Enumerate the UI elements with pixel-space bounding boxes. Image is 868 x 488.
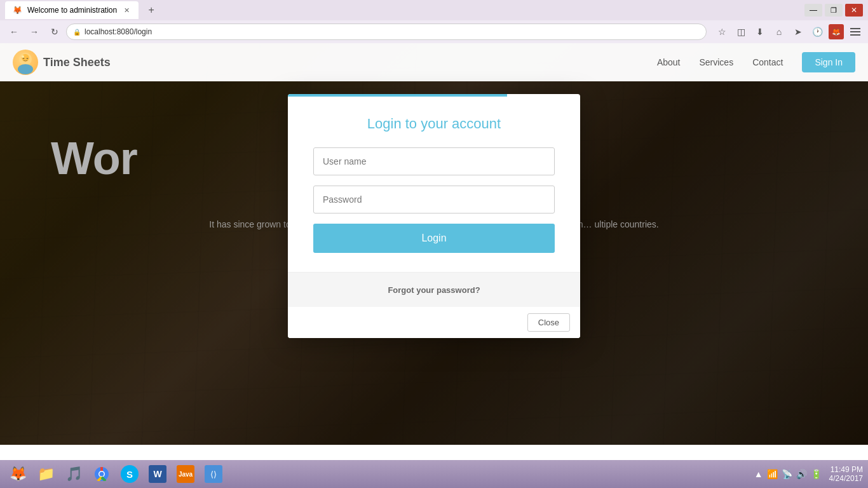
maximize-button[interactable]: ❐	[825, 4, 843, 17]
nav-about[interactable]: About	[657, 57, 681, 67]
modal-close-area: Close	[288, 307, 580, 338]
forgot-password-link[interactable]: Forgot your password?	[388, 285, 480, 295]
tray-wifi: 📡	[782, 469, 792, 479]
taskbar-skype[interactable]: S	[117, 463, 142, 485]
browser-titlebar: 🦊 Welcome to administration ✕ + — ❐ ✕	[0, 0, 868, 20]
taskbar-files[interactable]: 📁	[33, 463, 58, 485]
tray-arrow[interactable]: ▲	[754, 469, 763, 479]
modal-close-button[interactable]: Close	[527, 313, 570, 332]
login-button[interactable]: Login	[313, 224, 555, 253]
tray-signal: 📶	[767, 469, 778, 479]
svg-point-4	[27, 58, 29, 59]
signin-button[interactable]: Sign In	[802, 52, 855, 72]
logo-text: Time Sheets	[43, 56, 111, 69]
modal-title: Login to your account	[313, 116, 555, 132]
bookmark-icon[interactable]: ☆	[714, 24, 729, 39]
toolbar-icons: ☆ ◫ ⬇ ⌂ ➤ 🕐 🦊	[714, 24, 863, 39]
url-text: localhost:8080/login	[85, 27, 152, 36]
close-button[interactable]: ✕	[845, 4, 863, 17]
download-icon[interactable]: ⬇	[752, 24, 768, 39]
site-logo: Time Sheets	[13, 50, 111, 75]
password-input[interactable]	[313, 186, 555, 214]
tab-close-btn[interactable]: ✕	[122, 6, 131, 15]
taskbar-app5[interactable]: ⟨⟩	[201, 463, 226, 485]
forward-button[interactable]: →	[25, 23, 43, 41]
history-icon[interactable]: 🕐	[810, 24, 825, 39]
username-input[interactable]	[313, 147, 555, 175]
secure-icon: 🔒	[73, 29, 81, 36]
login-modal: Login to your account Login Forgot your …	[288, 94, 580, 338]
new-tab-button[interactable]: +	[144, 3, 159, 18]
minimize-button[interactable]: —	[804, 4, 822, 17]
taskbar: 🦊 📁 🎵 S W Java ⟨⟩ ▲ 📶 📡 🔊 🔋 1	[0, 460, 868, 488]
svg-point-3	[22, 55, 24, 58]
nav-services[interactable]: Services	[699, 57, 733, 67]
taskbar-system-tray: ▲ 📶 📡 🔊 🔋	[754, 469, 822, 479]
svg-point-2	[18, 64, 33, 74]
website-container: Time Sheets About Services Contact Sign …	[0, 43, 868, 445]
pocket-icon[interactable]: ◫	[733, 24, 749, 39]
forward-nav-icon[interactable]: ➤	[790, 24, 806, 39]
svg-point-8	[100, 472, 104, 477]
taskbar-java[interactable]: Java	[173, 463, 198, 485]
nav-contact[interactable]: Contact	[752, 57, 783, 67]
browser-tab[interactable]: 🦊 Welcome to administration ✕	[5, 1, 139, 19]
modal-footer: Forgot your password?	[288, 272, 580, 307]
taskbar-datetime: 11:49 PM 4/24/2017	[829, 465, 863, 483]
svg-point-1	[22, 54, 29, 62]
nav-links: About Services Contact Sign In	[657, 52, 855, 72]
fox-icon: 🦊	[829, 24, 844, 39]
modal-body: Login to your account Login	[288, 97, 580, 272]
home-icon[interactable]: ⌂	[771, 24, 787, 39]
tray-battery: 🔋	[811, 469, 822, 479]
logo-icon	[13, 50, 38, 75]
address-bar[interactable]: 🔒 localhost:8080/login	[66, 24, 707, 40]
svg-point-5	[23, 58, 25, 59]
back-button[interactable]: ←	[5, 23, 23, 41]
taskbar-chrome[interactable]	[89, 463, 114, 485]
tray-volume[interactable]: 🔊	[796, 469, 807, 479]
hamburger-menu[interactable]	[848, 24, 863, 39]
taskbar-word[interactable]: W	[145, 463, 170, 485]
taskbar-audio[interactable]: 🎵	[61, 463, 86, 485]
site-nav: Time Sheets About Services Contact Sign …	[0, 43, 868, 81]
taskbar-date-display: 4/24/2017	[829, 474, 863, 483]
browser-controls: ← → ↻ 🔒 localhost:8080/login ☆ ◫ ⬇ ⌂ ➤ 🕐…	[0, 20, 868, 43]
taskbar-time-display: 11:49 PM	[829, 465, 863, 474]
taskbar-firefox[interactable]: 🦊	[5, 463, 31, 485]
tab-title: Welcome to administration	[27, 6, 117, 15]
reload-button[interactable]: ↻	[46, 23, 64, 41]
modal-overlay: Login to your account Login Forgot your …	[0, 81, 868, 445]
